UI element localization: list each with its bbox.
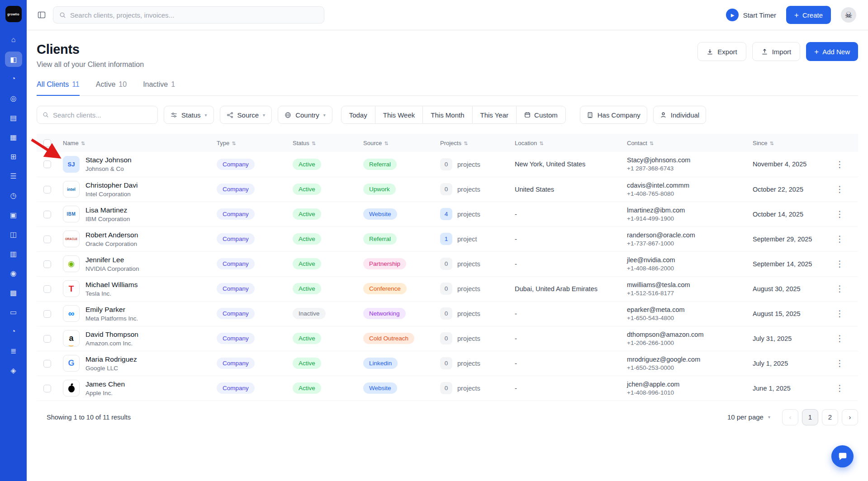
row-checkbox[interactable]: [43, 335, 51, 343]
client-phone: +1-408-996-1010: [627, 389, 742, 396]
projects-count: 0: [440, 357, 452, 369]
source-filter[interactable]: Source ▾: [220, 106, 272, 124]
row-menu-button[interactable]: ⋮: [832, 232, 848, 246]
client-email: cdavis@intel.commm: [627, 182, 742, 189]
sidebar-item-cards[interactable]: ▭: [5, 304, 22, 320]
plus-icon: +: [794, 11, 799, 19]
add-new-button[interactable]: + Add New: [806, 42, 858, 61]
app-logo: growlio: [5, 6, 22, 22]
column-contact[interactable]: Contact⇅: [621, 134, 747, 152]
column-type[interactable]: Type⇅: [211, 134, 287, 152]
client-phone: +1-408-765-8080: [627, 190, 742, 197]
row-menu-button[interactable]: ⋮: [832, 157, 848, 171]
sidebar-item-team[interactable]: ◈: [5, 363, 22, 378]
start-timer-button[interactable]: ▶ Start Timer: [726, 9, 776, 21]
row-checkbox[interactable]: [43, 360, 51, 368]
filter-custom[interactable]: Custom: [516, 106, 565, 123]
sidebar-item-time[interactable]: ◷: [5, 188, 22, 203]
row-checkbox[interactable]: [43, 160, 51, 168]
column-name[interactable]: Name⇅: [57, 134, 211, 152]
client-since: August 30, 2025: [747, 276, 826, 301]
filter-this-month[interactable]: This Month: [422, 106, 472, 123]
sidebar-item-billing[interactable]: ▥: [5, 246, 22, 261]
sidebar-item-home[interactable]: ⌂: [5, 32, 22, 47]
user-avatar[interactable]: ☠: [841, 7, 856, 23]
row-checkbox[interactable]: [43, 236, 51, 243]
page-2-button[interactable]: 2: [822, 409, 838, 425]
sidebar-item-reports[interactable]: ≣: [5, 343, 22, 358]
row-checkbox[interactable]: [43, 385, 51, 392]
sidebar-item-products[interactable]: ⊞: [5, 149, 22, 164]
page-1-button[interactable]: 1: [802, 409, 818, 425]
client-company: Meta Platforms Inc.: [85, 315, 138, 322]
clients-table: Name⇅ Type⇅ Status⇅ Source⇅ Projects⇅ Lo…: [37, 134, 858, 401]
row-checkbox[interactable]: [43, 285, 51, 293]
row-menu-button[interactable]: ⋮: [832, 207, 848, 221]
sidebar-toggle-button[interactable]: [38, 11, 46, 19]
status-badge: Active: [293, 208, 321, 220]
status-filter[interactable]: Status ▾: [164, 106, 214, 124]
filter-this-week[interactable]: This Week: [375, 106, 423, 123]
select-all-checkbox[interactable]: [43, 139, 51, 147]
projects-count: 0: [440, 258, 452, 270]
sort-icon: ⇅: [539, 141, 543, 146]
global-search-input[interactable]: [70, 11, 318, 19]
sidebar-item-contacts[interactable]: ◔: [5, 71, 22, 86]
sidebar-item-history[interactable]: ◔: [5, 324, 22, 339]
column-status[interactable]: Status⇅: [287, 134, 358, 152]
client-location: -: [509, 226, 621, 251]
column-since[interactable]: Since⇅: [747, 134, 826, 152]
row-menu-button[interactable]: ⋮: [832, 282, 848, 296]
tab-all-clients[interactable]: All Clients11: [37, 80, 80, 96]
sidebar-item-finance[interactable]: ◉: [5, 265, 22, 281]
filter-today[interactable]: Today: [342, 106, 375, 123]
row-checkbox[interactable]: [43, 211, 51, 218]
client-avatar: T: [63, 280, 80, 297]
create-button[interactable]: + Create: [786, 6, 831, 24]
pagination: ‹ 1 2 ›: [782, 409, 858, 425]
filter-this-year[interactable]: This Year: [472, 106, 517, 123]
sidebar-item-clients[interactable]: ◧: [5, 52, 22, 67]
prev-page-button[interactable]: ‹: [782, 409, 798, 425]
client-email: randerson@oracle.com: [627, 231, 742, 239]
country-filter[interactable]: Country ▾: [278, 106, 332, 124]
client-search-input[interactable]: [53, 111, 152, 119]
sidebar-item-projects[interactable]: ▤: [5, 110, 22, 125]
individual-filter[interactable]: Individual: [653, 106, 706, 124]
row-checkbox[interactable]: [43, 260, 51, 268]
import-button[interactable]: Import: [752, 42, 801, 61]
sidebar-item-layers[interactable]: ▦: [5, 129, 22, 145]
sidebar-item-inventory[interactable]: ▣: [5, 207, 22, 222]
sidebar-item-payments[interactable]: ◎: [5, 90, 22, 106]
has-company-filter[interactable]: Has Company: [580, 106, 647, 124]
row-menu-button[interactable]: ⋮: [832, 356, 848, 370]
export-button[interactable]: Export: [697, 42, 746, 61]
client-since: September 14, 2025: [747, 251, 826, 276]
client-avatar: ∞: [63, 305, 80, 322]
projects-label: projects: [457, 335, 480, 342]
column-projects[interactable]: Projects⇅: [435, 134, 509, 152]
tab-inactive[interactable]: Inactive1: [143, 80, 175, 96]
row-checkbox[interactable]: [43, 310, 51, 318]
column-location[interactable]: Location⇅: [509, 134, 621, 152]
per-page-select[interactable]: 10 per page ▾: [727, 413, 770, 421]
calendar-icon: [524, 112, 531, 118]
client-email: jlee@nvidia.com: [627, 256, 742, 264]
sidebar-item-modules[interactable]: ▩: [5, 285, 22, 300]
row-menu-button[interactable]: ⋮: [832, 257, 848, 271]
tab-active[interactable]: Active10: [96, 80, 127, 96]
row-menu-button[interactable]: ⋮: [832, 307, 848, 321]
row-checkbox[interactable]: [43, 186, 51, 193]
sidebar-item-store[interactable]: ◫: [5, 226, 22, 242]
chat-support-button[interactable]: [831, 445, 854, 467]
row-menu-button[interactable]: ⋮: [832, 331, 848, 345]
client-location: -: [509, 301, 621, 326]
client-name: Lisa Martinez: [85, 206, 130, 214]
projects-count: 1: [440, 233, 452, 245]
column-source[interactable]: Source⇅: [358, 134, 435, 152]
sidebar-item-tasks[interactable]: ☰: [5, 168, 22, 184]
row-menu-button[interactable]: ⋮: [832, 182, 848, 196]
next-page-button[interactable]: ›: [842, 409, 858, 425]
row-menu-button[interactable]: ⋮: [832, 381, 848, 395]
client-since: September 29, 2025: [747, 226, 826, 251]
